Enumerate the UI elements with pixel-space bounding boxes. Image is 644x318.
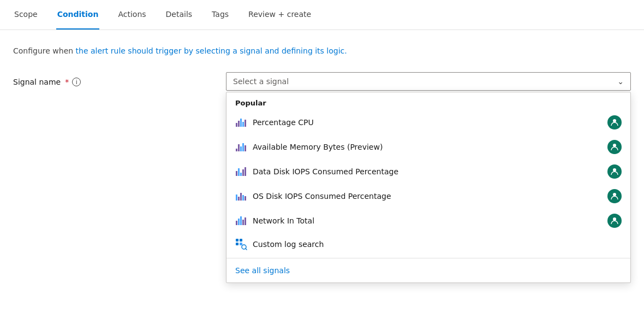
main-content: Configure when the alert rule should tri… <box>0 30 644 91</box>
svg-rect-30 <box>236 239 238 242</box>
tab-condition[interactable]: Condition <box>56 0 100 30</box>
tab-actions[interactable]: Actions <box>117 0 147 30</box>
item-label: Custom log search <box>253 240 324 249</box>
metric-icon <box>235 141 247 153</box>
svg-rect-13 <box>238 168 240 176</box>
log-search-icon <box>235 238 247 250</box>
list-item[interactable]: Available Memory Bytes (Preview) <box>226 135 630 160</box>
svg-point-5 <box>613 119 616 122</box>
popular-section-header: Popular <box>226 92 630 110</box>
list-item[interactable]: Percentage CPU <box>226 110 630 135</box>
svg-rect-0 <box>236 123 237 127</box>
svg-rect-14 <box>240 173 242 176</box>
required-marker: * <box>65 78 69 86</box>
dropdown-placeholder: Select a signal <box>233 77 289 86</box>
item-left: Custom log search <box>235 238 324 250</box>
item-left: Network In Total <box>235 215 314 227</box>
dropdown-panel: Popular Percentage CPU <box>226 92 631 283</box>
top-navigation: Scope Condition Actions Details Tags Rev… <box>0 0 644 30</box>
list-item[interactable]: OS Disk IOPS Consumed Percentage <box>226 184 630 209</box>
svg-rect-9 <box>242 143 244 151</box>
svg-rect-31 <box>240 239 242 242</box>
item-label: OS Disk IOPS Consumed Percentage <box>253 192 391 201</box>
signal-dropdown-container: Select a signal ⌄ Popular <box>226 72 631 91</box>
svg-rect-10 <box>245 145 246 151</box>
tab-tags[interactable]: Tags <box>211 0 230 30</box>
item-label: Available Memory Bytes (Preview) <box>253 143 383 151</box>
signal-type-badge <box>607 115 622 129</box>
svg-rect-26 <box>240 216 242 225</box>
item-left: Percentage CPU <box>235 116 314 128</box>
svg-rect-24 <box>236 221 237 225</box>
svg-rect-1 <box>238 121 240 127</box>
list-item[interactable]: Data Disk IOPS Consumed Percentage <box>226 160 630 184</box>
metric-icon <box>235 190 247 202</box>
svg-rect-25 <box>238 219 240 225</box>
svg-rect-15 <box>242 169 244 176</box>
signal-name-label: Signal name <box>13 78 61 86</box>
signal-dropdown[interactable]: Select a signal ⌄ <box>226 72 631 91</box>
chevron-down-icon: ⌄ <box>617 77 624 86</box>
item-left: Available Memory Bytes (Preview) <box>235 141 383 153</box>
metric-icon <box>235 215 247 227</box>
signal-type-badge <box>607 164 622 179</box>
svg-point-23 <box>613 193 616 196</box>
item-label: Network In Total <box>253 216 314 225</box>
svg-rect-32 <box>236 243 238 245</box>
svg-rect-2 <box>240 119 242 127</box>
svg-rect-21 <box>242 195 244 201</box>
svg-rect-20 <box>240 193 242 201</box>
signal-type-badge <box>607 140 622 154</box>
svg-rect-6 <box>236 149 237 151</box>
svg-line-35 <box>246 249 247 250</box>
svg-point-29 <box>613 217 616 221</box>
divider <box>226 258 630 258</box>
signal-name-row: Signal name * i Select a signal ⌄ Popula… <box>13 72 631 91</box>
svg-rect-22 <box>245 196 246 201</box>
svg-rect-18 <box>236 195 237 201</box>
metric-icon <box>235 166 247 178</box>
svg-rect-28 <box>245 217 246 225</box>
page-description: Configure when the alert rule should tri… <box>13 45 631 57</box>
metric-icon <box>235 116 247 128</box>
svg-rect-8 <box>240 146 242 151</box>
svg-rect-4 <box>245 120 246 127</box>
svg-rect-3 <box>242 122 244 127</box>
svg-point-11 <box>613 144 616 147</box>
svg-rect-12 <box>236 171 237 176</box>
signal-type-badge <box>607 214 622 228</box>
signal-label-column: Signal name * i <box>13 72 226 86</box>
svg-point-17 <box>613 168 616 172</box>
svg-rect-16 <box>245 167 246 176</box>
tab-details[interactable]: Details <box>165 0 194 30</box>
svg-rect-27 <box>242 220 244 225</box>
see-all-signals-link[interactable]: See all signals <box>226 261 630 282</box>
tab-review-create[interactable]: Review + create <box>247 0 312 30</box>
info-icon[interactable]: i <box>72 78 81 86</box>
item-left: Data Disk IOPS Consumed Percentage <box>235 166 398 178</box>
svg-rect-33 <box>240 243 242 245</box>
tab-scope[interactable]: Scope <box>13 0 39 30</box>
item-label: Data Disk IOPS Consumed Percentage <box>253 167 398 176</box>
item-left: OS Disk IOPS Consumed Percentage <box>235 190 391 202</box>
svg-rect-19 <box>238 197 240 201</box>
signal-type-badge <box>607 189 622 203</box>
svg-rect-7 <box>238 144 240 151</box>
list-item[interactable]: Custom log search <box>226 233 630 256</box>
list-item[interactable]: Network In Total <box>226 209 630 233</box>
item-label: Percentage CPU <box>253 118 314 127</box>
